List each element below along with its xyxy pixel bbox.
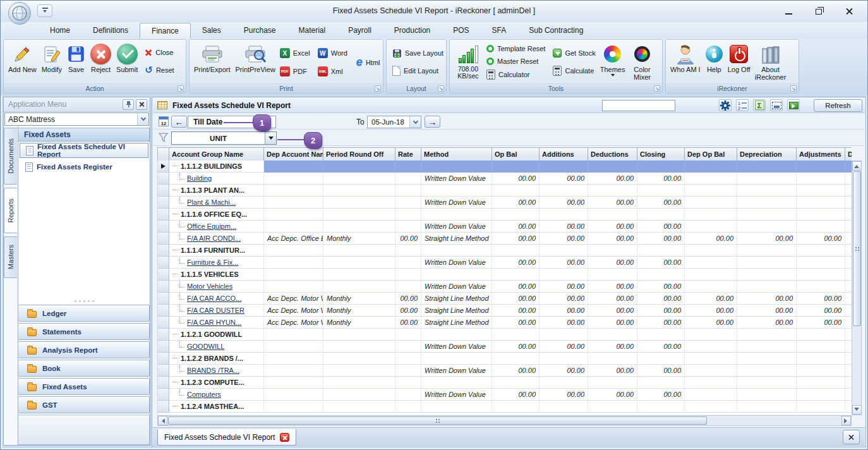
ribbon-tab-finance[interactable]: Finance xyxy=(140,23,191,39)
grid-data-row[interactable]: Plant & Machi...Written Down Value00.000… xyxy=(158,197,852,209)
grid-data-row[interactable]: Office Equipm...Written Down Value00.000… xyxy=(158,221,852,233)
account-link[interactable]: F/A CAR DUSTER xyxy=(187,307,244,314)
column-header-de[interactable]: De xyxy=(845,148,852,161)
account-link[interactable]: Computers xyxy=(187,391,221,398)
panel-splitter[interactable] xyxy=(18,298,150,304)
grid-data-row[interactable]: F/A AIR CONDI...Acc Depc. Office Equi...… xyxy=(158,233,852,245)
ribbon-tab-payroll[interactable]: Payroll xyxy=(337,23,383,39)
restore-button[interactable] xyxy=(811,5,827,18)
row-selector[interactable] xyxy=(158,269,169,281)
ribbon-tab-purchase[interactable]: Purchase xyxy=(232,23,287,39)
calculator-button[interactable]: Calculator xyxy=(485,69,547,80)
calculate-button[interactable]: Calculate xyxy=(551,65,597,76)
column-header-additions[interactable]: Additions xyxy=(539,148,588,161)
column-header-method[interactable]: Method xyxy=(421,148,492,161)
menu-close-button[interactable] xyxy=(136,99,147,110)
export-pdf-button[interactable]: PDF xyxy=(278,66,312,77)
scroll-down-button[interactable] xyxy=(852,405,862,415)
color-mixer-button[interactable]: Color Mixer xyxy=(627,41,656,83)
dialog-launcher-icon[interactable] xyxy=(178,85,184,92)
row-selector[interactable] xyxy=(158,245,169,257)
account-link[interactable]: Plant & Machi... xyxy=(187,198,236,206)
vertical-scroll-thumb[interactable] xyxy=(853,171,861,326)
vertical-scrollbar[interactable] xyxy=(852,161,862,415)
account-link[interactable]: Furniture & Fix... xyxy=(187,258,238,266)
app-logo-globe-icon[interactable] xyxy=(8,2,31,25)
scroll-left-button[interactable] xyxy=(158,416,167,425)
log-off-button[interactable]: Log Off xyxy=(725,41,753,83)
row-selector[interactable] xyxy=(158,401,169,413)
sidebar-item-fixed-assets-register[interactable]: Fixed Assets Register xyxy=(20,159,148,174)
scroll-up-button[interactable] xyxy=(852,161,862,171)
grid-data-row[interactable]: Motor VehiclesWritten Down Value00.0000.… xyxy=(158,281,852,293)
sidebar-group-analysis-report[interactable]: Analysis Report xyxy=(18,341,150,358)
row-selector[interactable] xyxy=(158,173,169,185)
sidebar-group-gst[interactable]: GST xyxy=(18,396,150,413)
row-selector[interactable] xyxy=(158,341,169,353)
chevron-down-icon[interactable] xyxy=(137,113,148,125)
edit-layout-button[interactable]: Edit Layout xyxy=(390,65,440,76)
export-excel-button[interactable]: Excel xyxy=(278,47,312,59)
row-selector[interactable] xyxy=(158,389,169,401)
sidebar-group-fixed-assets[interactable]: Fixed Assets xyxy=(18,378,150,395)
dialog-launcher-icon[interactable] xyxy=(375,85,381,92)
column-header-rate[interactable]: Rate xyxy=(395,148,421,161)
fixed-assets-section-header[interactable]: Fixed Assets xyxy=(18,128,150,142)
grid-group-row[interactable]: 1.1.2.4 MASTHEA... xyxy=(158,401,852,413)
previous-date-button[interactable]: ← xyxy=(171,116,187,128)
pin-button[interactable] xyxy=(123,99,134,110)
column-header-op-bal[interactable]: Op Bal xyxy=(492,148,539,161)
tab-close-icon[interactable] xyxy=(280,433,289,442)
sidebar-item-fixed-assets-schedule-vi-report[interactable]: Fixed Assets Schedule VI Report xyxy=(20,143,148,158)
account-link[interactable]: GOODWILL xyxy=(187,343,224,350)
close-button[interactable] xyxy=(841,5,857,18)
row-selector[interactable] xyxy=(158,185,169,197)
to-date-picker[interactable]: 05-Jun-18 xyxy=(367,116,421,128)
ribbon-tab-sfa[interactable]: SFA xyxy=(481,23,518,39)
settings-button[interactable] xyxy=(719,99,732,111)
ribbon-tab-definitions[interactable]: Definitions xyxy=(81,23,140,39)
grid-group-row[interactable]: 1.1.1.2 BUILDINGS xyxy=(158,161,852,173)
row-selector[interactable] xyxy=(158,377,169,389)
get-stock-button[interactable]: Get Stock xyxy=(551,48,597,58)
horizontal-scrollbar[interactable] xyxy=(157,415,852,426)
unit-dropdown[interactable]: UNIT xyxy=(171,131,277,145)
account-link[interactable]: BRANDS /TRA... xyxy=(187,367,239,374)
master-reset-button[interactable]: Master Reset xyxy=(485,57,547,66)
row-selector[interactable] xyxy=(158,365,169,377)
row-selector[interactable] xyxy=(158,305,169,317)
grid-group-row[interactable]: 1.1.2.2 BRANDS /... xyxy=(158,353,852,365)
minimize-button[interactable] xyxy=(780,5,797,18)
row-selector[interactable] xyxy=(158,293,169,305)
sidebar-group-ledger[interactable]: Ledger xyxy=(18,305,150,322)
grid-data-row[interactable]: F/A CAR DUSTERAcc Depc. Motor Vehi...Mon… xyxy=(158,305,852,317)
grid-data-row[interactable]: F/A CAR ACCO...Acc Depc. Motor Vehi...Mo… xyxy=(158,293,852,305)
column-header-dep-accuont-name[interactable]: Dep Accuont Name xyxy=(264,148,323,161)
sidebar-tab-reports[interactable]: Reports xyxy=(4,188,17,233)
save-layout-button[interactable]: Save Layout xyxy=(390,48,445,59)
close-all-tabs-button[interactable] xyxy=(843,430,860,444)
print-export-button[interactable]: Print/Export xyxy=(191,41,232,83)
ribbon-tab-sub-contracting[interactable]: Sub Contracting xyxy=(517,23,594,39)
modify-button[interactable]: Modify xyxy=(39,41,64,83)
column-header-adjustments[interactable]: Adjustments xyxy=(797,148,845,161)
column-header-account-group-name[interactable]: Account Group Name xyxy=(169,148,264,161)
row-selector[interactable] xyxy=(158,161,169,173)
themes-button[interactable]: Themes xyxy=(598,41,628,83)
grid-data-row[interactable]: Furniture & Fix...Written Down Value00.0… xyxy=(158,257,852,269)
submit-button[interactable]: Submit xyxy=(114,41,140,83)
account-link[interactable]: Motor Vehicles xyxy=(187,283,232,290)
export-word-button[interactable]: Word xyxy=(316,47,349,59)
grid-group-row[interactable]: 1.1.2.1 GOODWILL xyxy=(158,329,852,341)
close-report-button[interactable]: Close xyxy=(143,48,176,57)
save-view-button[interactable] xyxy=(770,99,783,111)
row-selector[interactable] xyxy=(158,329,169,341)
reset-button[interactable]: Reset xyxy=(143,64,176,76)
column-header-deductions[interactable]: Deductions xyxy=(588,148,637,161)
grid-group-row[interactable]: 1.1.1.3 PLANT AN... xyxy=(158,185,852,197)
reject-button[interactable]: Reject xyxy=(88,41,114,83)
refresh-button[interactable]: Refresh xyxy=(814,99,862,112)
company-selector[interactable]: ABC Mattress xyxy=(4,113,149,126)
document-tab-fixed-assets-schedule[interactable]: Fixed Assets Schedule VI Report xyxy=(157,429,296,446)
sidebar-group-book[interactable]: Book xyxy=(18,360,150,377)
